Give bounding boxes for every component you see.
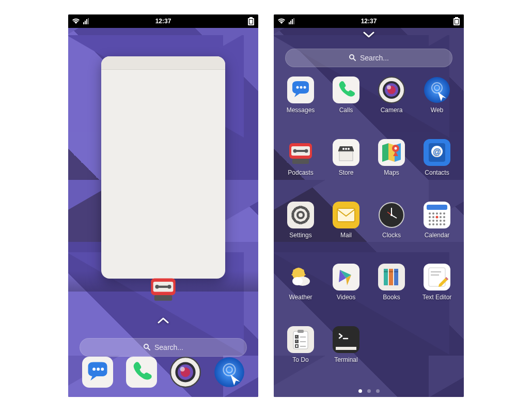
svg-point-49 bbox=[345, 148, 347, 150]
contacts-icon: @ bbox=[423, 138, 451, 167]
svg-rect-6 bbox=[154, 295, 172, 301]
messages-icon bbox=[286, 75, 315, 104]
dock: Messages Calls Camera Web bbox=[68, 353, 258, 392]
svg-point-50 bbox=[348, 148, 350, 150]
svg-point-94 bbox=[436, 220, 438, 222]
hide-apps-button[interactable] bbox=[362, 30, 375, 39]
svg-point-101 bbox=[443, 223, 445, 225]
svg-point-19 bbox=[180, 367, 184, 372]
mail-icon bbox=[332, 201, 361, 230]
app-camera[interactable]: Camera bbox=[169, 356, 202, 389]
app-weather[interactable]: Weather bbox=[278, 263, 323, 318]
app-texteditor[interactable]: Text Editor bbox=[414, 263, 460, 318]
svg-point-102 bbox=[436, 216, 439, 218]
app-label: Messages bbox=[287, 106, 315, 114]
store-icon bbox=[332, 138, 361, 167]
svg-rect-121 bbox=[298, 330, 304, 333]
search-icon bbox=[143, 343, 150, 352]
app-maps[interactable]: Maps bbox=[369, 138, 414, 193]
app-calls[interactable]: Calls bbox=[125, 356, 158, 389]
web-icon bbox=[423, 75, 451, 104]
running-app-icon bbox=[149, 274, 178, 305]
svg-point-96 bbox=[443, 220, 445, 222]
status-bar[interactable]: 12:37 bbox=[68, 14, 258, 28]
svg-point-82 bbox=[429, 212, 431, 215]
page-dot[interactable] bbox=[367, 389, 371, 393]
app-label: Calendar bbox=[425, 232, 450, 239]
app-calendar[interactable]: Calendar bbox=[414, 201, 460, 256]
svg-point-3 bbox=[155, 285, 159, 289]
podcasts-icon bbox=[286, 138, 315, 167]
status-time: 12:37 bbox=[361, 18, 377, 25]
page-indicator[interactable] bbox=[274, 389, 464, 393]
svg-point-98 bbox=[432, 223, 434, 225]
svg-rect-72 bbox=[337, 208, 355, 222]
svg-point-83 bbox=[432, 212, 434, 215]
todo-icon bbox=[286, 325, 315, 354]
svg-line-25 bbox=[353, 58, 355, 60]
svg-rect-13 bbox=[126, 357, 157, 388]
svg-text:@: @ bbox=[433, 147, 441, 156]
app-label: Settings bbox=[289, 232, 311, 239]
app-mail[interactable]: Mail bbox=[323, 201, 369, 256]
status-bar[interactable]: 12:37 bbox=[274, 14, 464, 28]
svg-point-92 bbox=[429, 220, 431, 222]
page-dot[interactable] bbox=[376, 389, 380, 393]
show-apps-button[interactable] bbox=[157, 316, 170, 326]
search-input[interactable]: Search... bbox=[285, 49, 452, 67]
app-camera[interactable]: Camera bbox=[369, 75, 414, 131]
app-messages[interactable]: Messages bbox=[81, 356, 114, 389]
app-messages[interactable]: Messages bbox=[278, 75, 323, 131]
svg-rect-47 bbox=[339, 151, 353, 161]
app-label: Podcasts bbox=[288, 169, 313, 176]
app-label: Contacts bbox=[425, 169, 449, 176]
svg-point-87 bbox=[429, 216, 431, 218]
app-settings[interactable]: Settings bbox=[278, 201, 323, 256]
cellular-icon bbox=[288, 18, 295, 24]
app-clocks[interactable]: Clocks bbox=[369, 201, 414, 256]
app-contacts[interactable]: @Contacts bbox=[414, 138, 460, 193]
status-time: 12:37 bbox=[155, 18, 171, 25]
weather-icon bbox=[286, 263, 315, 292]
svg-point-95 bbox=[440, 220, 442, 222]
svg-point-11 bbox=[97, 368, 100, 371]
app-terminal[interactable]: Terminal bbox=[323, 325, 369, 380]
svg-point-99 bbox=[436, 223, 438, 225]
svg-line-8 bbox=[148, 348, 150, 350]
app-books[interactable]: Books bbox=[369, 263, 414, 318]
svg-point-79 bbox=[390, 214, 393, 216]
videos-icon bbox=[332, 263, 361, 292]
app-web[interactable]: Web bbox=[213, 356, 246, 389]
app-web[interactable]: Web bbox=[414, 75, 460, 131]
search-placeholder: Search... bbox=[154, 343, 183, 351]
svg-point-28 bbox=[300, 86, 303, 89]
svg-point-53 bbox=[395, 147, 397, 149]
app-calls[interactable]: Calls bbox=[323, 75, 369, 131]
running-apps-carousel[interactable] bbox=[68, 43, 258, 292]
svg-point-84 bbox=[436, 212, 438, 215]
camera-icon bbox=[169, 356, 202, 389]
calls-icon bbox=[332, 75, 361, 104]
svg-rect-130 bbox=[336, 347, 356, 350]
svg-point-106 bbox=[292, 277, 303, 285]
web-icon bbox=[213, 356, 246, 389]
terminal-icon bbox=[332, 325, 361, 354]
app-podcasts[interactable]: Podcasts bbox=[278, 138, 323, 193]
app-todo[interactable]: To Do bbox=[278, 325, 323, 380]
app-label: Camera bbox=[381, 106, 403, 114]
texteditor-icon bbox=[423, 263, 451, 292]
svg-point-43 bbox=[305, 149, 308, 152]
svg-point-60 bbox=[299, 213, 303, 217]
calls-icon bbox=[125, 356, 158, 389]
page-dot[interactable] bbox=[358, 389, 362, 393]
svg-point-93 bbox=[432, 220, 434, 222]
app-videos[interactable]: Videos bbox=[323, 263, 369, 318]
settings-icon bbox=[286, 201, 315, 230]
app-store[interactable]: Store bbox=[323, 138, 369, 193]
svg-rect-5 bbox=[159, 286, 167, 288]
app-label: Text Editor bbox=[423, 294, 452, 301]
svg-rect-23 bbox=[455, 20, 458, 24]
app-label: Weather bbox=[289, 294, 312, 301]
running-app-card[interactable] bbox=[101, 56, 225, 279]
svg-rect-30 bbox=[333, 77, 359, 103]
